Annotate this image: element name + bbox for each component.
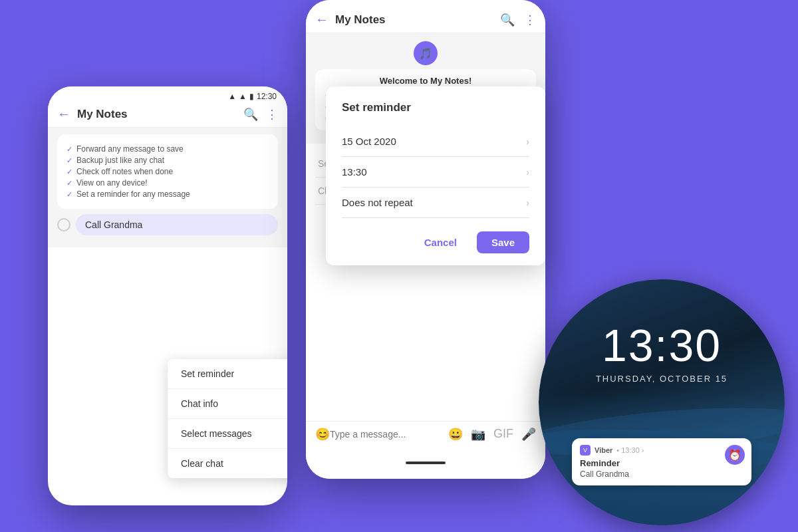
- back-button-left[interactable]: ←: [57, 106, 70, 122]
- dialog-title: Set reminder: [342, 101, 529, 114]
- check-icon-1: ✓: [66, 145, 72, 154]
- cancel-button[interactable]: Cancel: [415, 231, 466, 253]
- gif-icon[interactable]: GIF: [493, 427, 513, 442]
- watch-notif-emoji: ⏰: [725, 445, 745, 465]
- chat-content-left: ✓ Forward any message to save ✓ Backup j…: [48, 128, 287, 247]
- check-icon-3: ✓: [66, 168, 72, 176]
- battery-icon: ▮: [249, 92, 254, 101]
- watch-notif-header: V Viber • 13:30 › ⏰: [580, 445, 743, 456]
- search-icon-left[interactable]: 🔍: [243, 107, 258, 122]
- message-row: Call Grandma: [57, 214, 278, 235]
- watch-notif-app: Viber: [595, 446, 612, 454]
- message-checkbox[interactable]: [57, 218, 70, 231]
- dropdown-item-select-messages[interactable]: Select messages: [168, 419, 287, 449]
- back-button-center[interactable]: ←: [315, 12, 329, 27]
- more-icon-left[interactable]: ⋮: [266, 107, 278, 122]
- watch-circle: 13:30 THURSDAY, OCTOBER 15 V Viber • 13:…: [539, 279, 785, 525]
- dropdown-menu: Set reminder Chat info Select messages C…: [168, 359, 287, 478]
- mic-icon[interactable]: 🎤: [521, 427, 536, 442]
- home-indicator: [406, 462, 446, 464]
- watch-notif-title: Reminder: [580, 458, 743, 468]
- dialog-time-row[interactable]: 13:30 ›: [342, 157, 529, 188]
- watch-background: 13:30 THURSDAY, OCTOBER 15 V Viber • 13:…: [539, 279, 785, 525]
- nav-bar-left: ← My Notes 🔍 ⋮: [48, 101, 287, 128]
- check-icon-2: ✓: [66, 156, 72, 165]
- time-left: 12:30: [257, 92, 277, 101]
- message-input[interactable]: [330, 429, 448, 440]
- signal-icon: ▲: [239, 92, 247, 101]
- sticker-icon[interactable]: 😀: [448, 427, 463, 442]
- check-item-4: ✓ View on any device!: [66, 178, 269, 188]
- viber-icon: V: [580, 445, 591, 456]
- phone-left: ▲ ▲ ▮ 12:30 ← My Notes 🔍 ⋮ ✓ Forward any…: [48, 86, 287, 505]
- dialog-time-label: 13:30: [342, 166, 367, 178]
- check-item-3: ✓ Check off notes when done: [66, 167, 269, 176]
- dialog-repeat-row[interactable]: Does not repeat ›: [342, 188, 529, 218]
- dialog-time-arrow: ›: [526, 167, 529, 178]
- watch-date: THURSDAY, OCTOBER 15: [596, 374, 728, 384]
- bottom-bar-center: [306, 447, 545, 479]
- check-item-5: ✓ Set a reminder for any message: [66, 190, 269, 199]
- check-icon-5: ✓: [66, 190, 72, 199]
- watch-notif-body: Call Grandma: [580, 469, 743, 479]
- nav-title-left: My Notes: [77, 108, 243, 121]
- dropdown-item-chat-info[interactable]: Chat info: [168, 389, 287, 419]
- welcome-title: Welcome to My Notes!: [325, 76, 527, 86]
- more-icon-center[interactable]: ⋮: [524, 13, 536, 27]
- check-item-1: ✓ Forward any message to save: [66, 144, 269, 154]
- dialog-date-arrow: ›: [526, 136, 529, 147]
- dialog-buttons: Cancel Save: [342, 231, 529, 253]
- check-item-2: ✓ Backup just like any chat: [66, 156, 269, 165]
- dialog-date-row[interactable]: 15 Oct 2020 ›: [342, 126, 529, 157]
- status-bar-left: ▲ ▲ ▮ 12:30: [48, 86, 287, 101]
- dialog-date-label: 15 Oct 2020: [342, 136, 396, 147]
- dialog-repeat-arrow: ›: [526, 198, 529, 208]
- dialog-repeat-label: Does not repeat: [342, 197, 413, 208]
- welcome-card-left: ✓ Forward any message to save ✓ Backup j…: [57, 134, 278, 209]
- camera-icon[interactable]: 📷: [471, 427, 485, 442]
- watch-notification: V Viber • 13:30 › ⏰ Reminder Call Grandm…: [572, 438, 751, 485]
- watch-time: 13:30: [602, 319, 722, 371]
- search-icon-center[interactable]: 🔍: [500, 13, 515, 27]
- wifi-icon: ▲: [228, 92, 236, 101]
- nav-title-center: My Notes: [335, 13, 500, 27]
- welcome-avatar: 🎵: [414, 41, 438, 65]
- emoji-icon[interactable]: 😊: [315, 427, 330, 442]
- set-reminder-dialog: Set reminder 15 Oct 2020 › 13:30 › Does …: [326, 86, 545, 265]
- save-button[interactable]: Save: [477, 231, 529, 253]
- check-icon-4: ✓: [66, 179, 72, 188]
- input-bar-center: 😊 😀 📷 GIF 🎤: [306, 421, 545, 447]
- dropdown-item-clear-chat[interactable]: Clear chat: [168, 449, 287, 478]
- dropdown-item-set-reminder[interactable]: Set reminder: [168, 359, 287, 389]
- message-bubble[interactable]: Call Grandma: [76, 214, 278, 235]
- nav-bar-center: ← My Notes 🔍 ⋮: [306, 0, 545, 33]
